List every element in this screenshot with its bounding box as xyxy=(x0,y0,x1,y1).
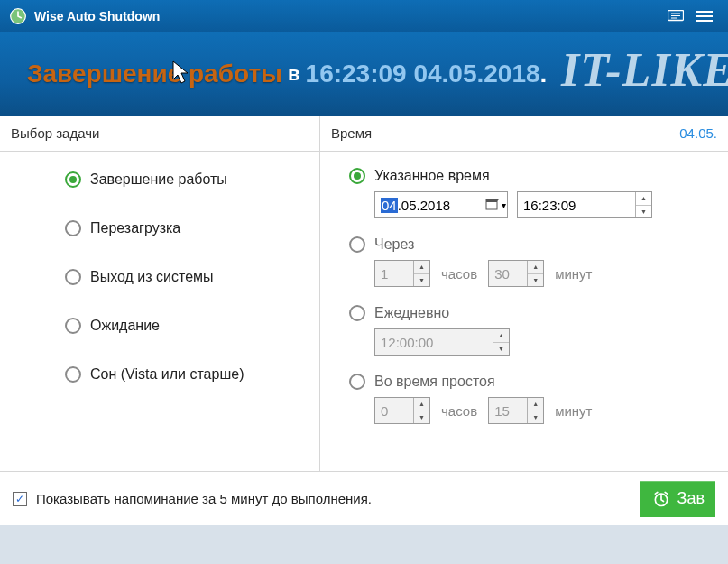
spinner-buttons[interactable]: ▲▼ xyxy=(493,329,509,355)
hours-unit: часов xyxy=(439,266,479,282)
spinner-buttons[interactable]: ▲▼ xyxy=(527,261,543,286)
task-radio-sleep[interactable]: Сон (Vista или старше) xyxy=(65,366,310,383)
banner-action: Завершение работы xyxy=(27,60,282,88)
spin-down-icon[interactable]: ▼ xyxy=(528,411,543,424)
spin-down-icon[interactable]: ▼ xyxy=(636,206,651,218)
time-panel: Время 04.05. Указанное время 04.05.2018 … xyxy=(320,116,728,471)
time-radio-daily[interactable]: Ежедневно xyxy=(349,305,719,321)
spinner-buttons[interactable]: ▲▼ xyxy=(413,261,429,286)
tasks-header: Выбор задачи xyxy=(0,116,319,152)
status-banner: Завершение работы в 16:23:09 04.05.2018 … xyxy=(0,32,728,116)
feedback-icon[interactable] xyxy=(661,5,690,27)
radio-icon xyxy=(65,269,81,285)
time-label: Указанное время xyxy=(374,168,490,184)
radio-icon xyxy=(65,171,81,188)
minutes-unit: минут xyxy=(553,266,594,282)
spin-up-icon[interactable]: ▲ xyxy=(493,329,509,343)
task-label: Выход из системы xyxy=(90,269,214,285)
task-radio-logout[interactable]: Выход из системы xyxy=(65,269,310,285)
banner-datetime: 16:23:09 04.05.2018 xyxy=(306,60,540,88)
menu-icon[interactable] xyxy=(690,5,719,27)
spinner-buttons[interactable]: ▲▼ xyxy=(413,398,429,423)
task-label: Сон (Vista или старше) xyxy=(90,366,244,383)
time-label: Ежедневно xyxy=(374,305,449,321)
radio-icon xyxy=(349,236,365,253)
footer-bar: ✓ Показывать напоминание за 5 минут до в… xyxy=(0,471,728,525)
time-radio-after[interactable]: Через xyxy=(349,236,719,253)
spin-up-icon[interactable]: ▲ xyxy=(528,398,543,411)
minutes-field[interactable] xyxy=(489,261,527,286)
idle-hours-input[interactable]: ▲▼ xyxy=(374,397,430,424)
reminder-checkbox[interactable]: ✓ xyxy=(13,492,27,506)
task-label: Ожидание xyxy=(90,318,160,334)
date-rest: .05.2018 xyxy=(398,198,450,213)
banner-dot: . xyxy=(540,60,548,88)
hours-unit: часов xyxy=(439,403,479,419)
minutes-unit: минут xyxy=(553,403,594,419)
task-label: Перезагрузка xyxy=(90,220,180,236)
spin-up-icon[interactable]: ▲ xyxy=(528,261,543,274)
radio-icon xyxy=(65,366,81,383)
after-minutes-input[interactable]: ▲▼ xyxy=(488,260,544,287)
radio-icon xyxy=(349,305,365,321)
radio-icon xyxy=(65,318,81,334)
minutes-field[interactable] xyxy=(489,398,527,423)
hours-field[interactable] xyxy=(375,398,413,423)
app-title: Wise Auto Shutdown xyxy=(34,9,160,23)
radio-icon xyxy=(349,374,365,390)
main-content: Выбор задачи Завершение работы Перезагру… xyxy=(0,116,728,471)
hours-field[interactable] xyxy=(375,261,413,286)
date-selected-day: 04 xyxy=(381,198,398,213)
banner-at: в xyxy=(282,62,306,86)
after-hours-input[interactable]: ▲▼ xyxy=(374,260,430,287)
daily-time-input[interactable]: ▲▼ xyxy=(374,328,510,356)
time-radio-idle[interactable]: Во время простоя xyxy=(349,374,719,390)
time-radio-specified[interactable]: Указанное время xyxy=(349,168,719,184)
time-label: Через xyxy=(374,236,414,253)
spin-down-icon[interactable]: ▼ xyxy=(414,274,429,287)
task-radio-restart[interactable]: Перезагрузка xyxy=(65,220,310,236)
spin-up-icon[interactable]: ▲ xyxy=(636,192,651,206)
time-input-specified[interactable]: ▲▼ xyxy=(517,191,652,218)
reminder-label: Показывать напоминание за 5 минут до вып… xyxy=(36,491,372,506)
date-picker[interactable]: 04.05.2018 ▾ xyxy=(374,191,508,218)
task-label: Завершение работы xyxy=(90,171,227,188)
radio-icon xyxy=(349,168,365,184)
spin-down-icon[interactable]: ▼ xyxy=(493,343,509,356)
time-header-date: 04.05. xyxy=(679,125,717,141)
watermark-logo: IT-LIKE xyxy=(561,43,728,97)
task-radio-hibernate[interactable]: Ожидание xyxy=(65,318,310,334)
cursor-icon xyxy=(171,60,191,91)
radio-icon xyxy=(65,220,81,236)
spin-up-icon[interactable]: ▲ xyxy=(414,261,429,274)
alarm-clock-icon xyxy=(652,490,670,508)
time-field[interactable] xyxy=(518,192,635,217)
window-margin xyxy=(0,525,728,564)
start-button-label: Зав xyxy=(677,489,705,508)
time-header: Время xyxy=(331,125,372,141)
spinner-buttons[interactable]: ▲▼ xyxy=(527,398,543,423)
time-label: Во время простоя xyxy=(374,374,495,390)
calendar-dropdown-icon[interactable]: ▾ xyxy=(484,192,507,217)
spin-up-icon[interactable]: ▲ xyxy=(414,398,429,411)
app-logo-icon xyxy=(9,7,27,25)
daily-field[interactable] xyxy=(375,329,493,355)
spin-down-icon[interactable]: ▼ xyxy=(414,411,429,424)
start-button[interactable]: Зав xyxy=(640,481,715,517)
spinner-buttons[interactable]: ▲▼ xyxy=(635,192,651,217)
tasks-panel: Выбор задачи Завершение работы Перезагру… xyxy=(0,116,320,471)
spin-down-icon[interactable]: ▼ xyxy=(528,274,543,287)
idle-minutes-input[interactable]: ▲▼ xyxy=(488,397,544,424)
title-bar: Wise Auto Shutdown xyxy=(0,0,728,32)
time-header-row: Время 04.05. xyxy=(320,116,728,152)
task-radio-shutdown[interactable]: Завершение работы xyxy=(65,171,310,188)
